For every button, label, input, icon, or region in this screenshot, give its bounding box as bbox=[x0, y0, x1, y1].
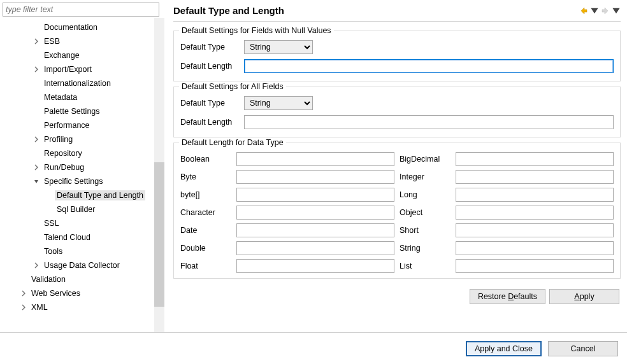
tree-item[interactable]: ESB bbox=[3, 34, 164, 48]
type-label: BigDecimal bbox=[400, 155, 450, 164]
tree-item-label: Metadata bbox=[42, 92, 79, 102]
tree-item[interactable]: Specific Settings bbox=[3, 174, 164, 188]
type-length-input[interactable] bbox=[236, 152, 394, 166]
chevron-right-icon[interactable] bbox=[32, 37, 41, 46]
all-length-input[interactable] bbox=[244, 115, 614, 129]
tree-item[interactable]: Palette Settings bbox=[3, 104, 164, 118]
tree-item-label: Web Services bbox=[29, 288, 82, 298]
chevron-right-icon[interactable] bbox=[19, 303, 28, 312]
tree-scroll-thumb[interactable] bbox=[154, 162, 164, 307]
tree-item[interactable]: Internationalization bbox=[3, 76, 164, 90]
tree-item-label: XML bbox=[29, 302, 50, 312]
chevron-right-icon[interactable] bbox=[32, 65, 41, 74]
null-length-input[interactable] bbox=[244, 59, 614, 73]
tree-item[interactable]: Metadata bbox=[3, 90, 164, 104]
type-label: List bbox=[400, 262, 450, 270]
tree-item[interactable]: Usage Data Collector bbox=[3, 258, 164, 272]
type-length-input[interactable] bbox=[236, 188, 394, 202]
tree-item[interactable]: Run/Debug bbox=[3, 160, 164, 174]
all-type-select[interactable]: String bbox=[244, 96, 313, 110]
chevron-right-icon[interactable] bbox=[32, 135, 41, 144]
chevron-right-icon[interactable] bbox=[19, 289, 28, 298]
type-length-input[interactable] bbox=[456, 170, 614, 184]
page-header: Default Type and Length bbox=[173, 0, 621, 22]
null-type-label: Default Type bbox=[180, 43, 244, 52]
type-label: Integer bbox=[400, 172, 450, 181]
tree-item[interactable]: Talend Cloud bbox=[3, 230, 164, 244]
tree-item[interactable]: Import/Export bbox=[3, 62, 164, 76]
nav-icons bbox=[579, 6, 621, 15]
tree-item[interactable]: XML bbox=[3, 300, 164, 314]
back-menu-icon[interactable] bbox=[590, 6, 599, 15]
tree-item[interactable]: Validation bbox=[3, 272, 164, 286]
tree-spacer bbox=[32, 79, 41, 88]
back-icon[interactable] bbox=[579, 6, 588, 15]
svg-marker-1 bbox=[612, 8, 619, 13]
forward-menu-icon[interactable] bbox=[612, 6, 621, 15]
tree-spacer bbox=[19, 275, 28, 284]
tree-item[interactable]: Performance bbox=[3, 118, 164, 132]
type-length-input[interactable] bbox=[456, 259, 614, 273]
dialog-footer: Apply and Close Cancel bbox=[0, 332, 627, 364]
group-all-title: Default Settings for All Fields bbox=[179, 82, 286, 91]
filter-input[interactable] bbox=[3, 3, 159, 17]
type-length-input[interactable] bbox=[236, 259, 394, 273]
tree-spacer bbox=[45, 205, 54, 214]
preferences-tree[interactable]: DocumentationESBExchangeImport/ExportInt… bbox=[3, 18, 164, 314]
type-label: byte[] bbox=[180, 190, 231, 199]
tree-item[interactable]: Exchange bbox=[3, 48, 164, 62]
tree-item-label: SSL bbox=[42, 218, 61, 228]
tree-item[interactable]: Tools bbox=[3, 244, 164, 258]
tree-item[interactable]: Repository bbox=[3, 146, 164, 160]
tree-spacer bbox=[32, 107, 41, 116]
tree-spacer bbox=[32, 51, 41, 60]
type-length-input[interactable] bbox=[456, 223, 614, 237]
tree-item-label: Specific Settings bbox=[42, 176, 104, 186]
type-label: Double bbox=[180, 244, 231, 253]
all-type-label: Default Type bbox=[180, 99, 244, 108]
apply-button[interactable]: Apply bbox=[549, 289, 619, 304]
tree-item[interactable]: Default Type and Length bbox=[3, 188, 164, 202]
tree-spacer bbox=[32, 93, 41, 102]
tree-item-label: Default Type and Length bbox=[55, 190, 145, 200]
type-length-input[interactable] bbox=[236, 241, 394, 255]
type-length-input[interactable] bbox=[236, 206, 394, 220]
tree-item-label: Exchange bbox=[42, 50, 82, 60]
type-label: Object bbox=[400, 208, 450, 217]
chevron-right-icon[interactable] bbox=[32, 163, 41, 172]
tree-item[interactable]: Sql Builder bbox=[3, 202, 164, 216]
type-length-input[interactable] bbox=[456, 152, 614, 166]
apply-and-close-button[interactable]: Apply and Close bbox=[466, 341, 542, 356]
type-label: Float bbox=[180, 262, 231, 270]
type-length-input[interactable] bbox=[456, 206, 614, 220]
type-length-input[interactable] bbox=[236, 170, 394, 184]
cancel-button[interactable]: Cancel bbox=[548, 341, 618, 356]
restore-defaults-button[interactable]: Restore Defaults bbox=[470, 289, 545, 304]
tree-spacer bbox=[32, 233, 41, 242]
tree-item-label: Usage Data Collector bbox=[42, 260, 122, 270]
type-length-input[interactable] bbox=[236, 223, 394, 237]
tree-item[interactable]: Documentation bbox=[3, 20, 164, 34]
tree-spacer bbox=[32, 149, 41, 158]
tree-item-label: Validation bbox=[29, 274, 68, 284]
type-length-input[interactable] bbox=[456, 188, 614, 202]
null-type-select[interactable]: String bbox=[244, 40, 313, 54]
tree-item[interactable]: Web Services bbox=[3, 286, 164, 300]
tree-item[interactable]: SSL bbox=[3, 216, 164, 230]
chevron-down-icon[interactable] bbox=[32, 177, 41, 186]
forward-icon[interactable] bbox=[601, 6, 610, 15]
type-label: Date bbox=[180, 226, 231, 235]
chevron-right-icon[interactable] bbox=[32, 261, 41, 270]
group-null-title: Default Settings for Fields with Null Va… bbox=[179, 26, 334, 35]
type-length-input[interactable] bbox=[456, 241, 614, 255]
null-length-label: Default Length bbox=[180, 62, 244, 71]
tree-spacer bbox=[32, 121, 41, 130]
group-null-fields: Default Settings for Fields with Null Va… bbox=[173, 31, 621, 81]
type-label: Long bbox=[400, 190, 450, 199]
type-label: Boolean bbox=[180, 155, 231, 164]
tree-spacer bbox=[32, 247, 41, 256]
tree-item-label: Performance bbox=[42, 120, 92, 130]
sidebar: DocumentationESBExchangeImport/ExportInt… bbox=[0, 0, 164, 332]
tree-scrollbar[interactable] bbox=[154, 18, 164, 332]
tree-item[interactable]: Profiling bbox=[3, 132, 164, 146]
